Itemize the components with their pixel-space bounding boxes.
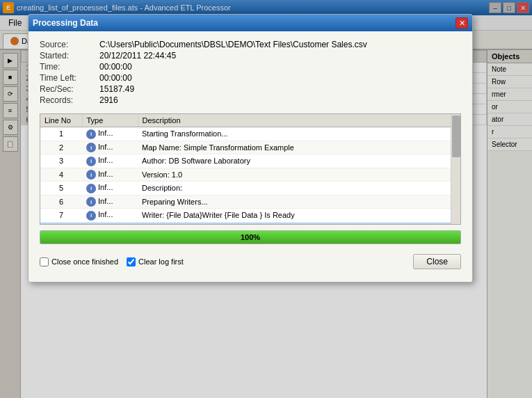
- log-row-desc: Writer: {Files Information}Writer { File…: [138, 222, 460, 225]
- log-row-desc: Description:: [138, 182, 460, 196]
- info-grid: Source: C:\Users\Public\Documents\DBSL\D…: [40, 40, 461, 105]
- recsec-value: 15187.49: [99, 84, 461, 94]
- time-value: 00:00:00: [99, 62, 461, 72]
- source-value: C:\Users\Public\Documents\DBSL\DEMO\Text…: [99, 40, 461, 49]
- type-icon: i: [86, 157, 96, 166]
- log-row-type: i Inf...: [82, 182, 138, 196]
- log-row-line: 5: [40, 182, 82, 196]
- log-row-desc: Author: DB Software Laboratory: [138, 154, 460, 168]
- log-row-desc: Map Name: Simple Transformatiom Example: [138, 141, 460, 154]
- log-row-type: i Inf...: [82, 222, 138, 225]
- log-table: Line No Type Description 1 i Inf... Star…: [40, 114, 460, 225]
- close-dialog-button[interactable]: Close: [413, 254, 461, 269]
- log-row-desc: Version: 1.0: [138, 168, 460, 182]
- timeleft-value: 00:00:00: [99, 73, 461, 83]
- records-label: Records:: [40, 95, 95, 105]
- log-scrollbar[interactable]: [451, 114, 460, 224]
- log-row-desc: Starting Transformation...: [138, 127, 460, 141]
- recsec-label: Rec/Sec:: [40, 84, 95, 94]
- dialog-close-x-button[interactable]: ✕: [456, 17, 468, 29]
- log-row-type: i Inf...: [82, 195, 138, 209]
- dialog-overlay: Processing Data ✕ Source: C:\Users\Publi…: [0, 0, 532, 398]
- log-row-line: 6: [40, 195, 82, 209]
- log-scrollbar-thumb: [452, 116, 460, 157]
- processing-dialog: Processing Data ✕ Source: C:\Users\Publi…: [28, 14, 473, 282]
- log-row-line: 2: [40, 141, 82, 154]
- type-icon: i: [86, 184, 96, 193]
- dialog-title-bar: Processing Data ✕: [29, 15, 472, 31]
- type-icon: i: [86, 143, 96, 152]
- time-label: Time:: [40, 62, 95, 72]
- started-value: 20/12/2011 22:44:45: [99, 51, 461, 61]
- log-row-desc: Preparing Writers...: [138, 195, 460, 209]
- type-icon: i: [86, 170, 96, 180]
- log-row-line: 3: [40, 154, 82, 168]
- progress-label: 100%: [241, 233, 260, 241]
- log-row-desc: Writer: {File Data}Writer {File Data } I…: [138, 209, 460, 223]
- started-label: Started:: [40, 51, 95, 61]
- log-row-type: i Inf...: [82, 209, 138, 223]
- progress-bar: 100%: [40, 230, 461, 244]
- log-row-line: 1: [40, 127, 82, 141]
- log-row-line: 4: [40, 168, 82, 182]
- type-icon: i: [86, 197, 96, 207]
- checkbox-close-text: Close once finished: [51, 257, 118, 266]
- log-table-container: Line No Type Description 1 i Inf... Star…: [40, 113, 461, 225]
- checkbox-clearlog-label[interactable]: Clear log first: [127, 257, 184, 266]
- log-col-type: Type: [82, 114, 138, 127]
- checkbox-close-input[interactable]: [40, 257, 49, 266]
- records-value: 2916: [99, 95, 461, 105]
- log-col-desc: Description: [138, 114, 460, 127]
- log-row-type: i Inf...: [82, 141, 138, 154]
- type-icon: i: [86, 129, 96, 139]
- checkbox-close-label[interactable]: Close once finished: [40, 257, 118, 266]
- dialog-body: Source: C:\Users\Public\Documents\DBSL\D…: [29, 31, 472, 282]
- log-row-line: 8: [40, 222, 82, 225]
- dialog-footer: Close once finished Clear log first Clos…: [40, 251, 461, 273]
- source-label: Source:: [40, 40, 95, 49]
- type-icon: i: [86, 224, 96, 225]
- log-row-type: i Inf...: [82, 168, 138, 182]
- checkbox-clearlog-text: Clear log first: [138, 257, 184, 266]
- dialog-title: Processing Data: [33, 18, 98, 28]
- log-col-lineno: Line No: [40, 114, 82, 127]
- type-icon: i: [86, 211, 96, 221]
- checkbox-clearlog-input[interactable]: [127, 257, 136, 266]
- log-row-type: i Inf...: [82, 127, 138, 141]
- log-row-line: 7: [40, 209, 82, 223]
- timeleft-label: Time Left:: [40, 73, 95, 83]
- log-row-type: i Inf...: [82, 154, 138, 168]
